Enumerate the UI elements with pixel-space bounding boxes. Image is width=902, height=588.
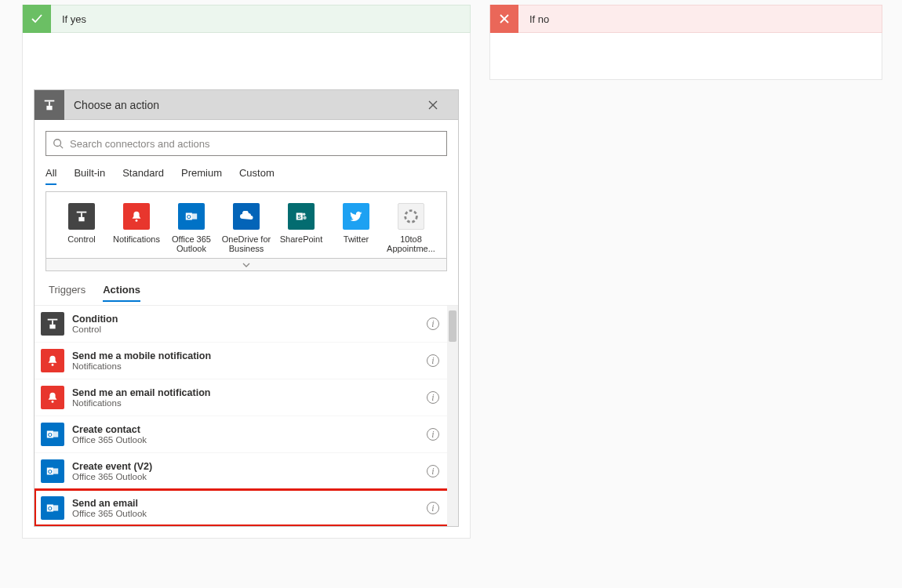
- tab-built-in[interactable]: Built-in: [74, 167, 105, 185]
- action-title: Send me a mobile notification: [72, 350, 211, 361]
- notif-icon: [41, 386, 64, 409]
- outlook-icon: O: [41, 459, 64, 483]
- svg-rect-5: [77, 212, 87, 213]
- svg-rect-18: [52, 321, 53, 325]
- action-create-event-v2-[interactable]: OCreate event (V2)Office 365 Outlooki: [35, 452, 458, 489]
- tab-custom[interactable]: Custom: [239, 167, 275, 185]
- category-tabs: AllBuilt-inStandardPremiumCustom: [45, 167, 447, 185]
- action-title: Create event (V2): [72, 461, 152, 472]
- svg-rect-6: [81, 213, 82, 217]
- action-title: Send an email: [72, 498, 147, 509]
- chevron-down-icon: [242, 263, 250, 267]
- if-no-header[interactable]: If no: [489, 5, 882, 33]
- svg-point-16: [406, 211, 417, 223]
- svg-text:S: S: [297, 213, 301, 220]
- svg-rect-11: [192, 213, 197, 219]
- control-icon: [68, 203, 95, 230]
- connector-control[interactable]: Control: [54, 203, 109, 253]
- outlook-icon: O: [178, 203, 205, 230]
- connector-label: 10to8 Appointme...: [384, 234, 438, 253]
- svg-point-14: [303, 213, 306, 216]
- svg-point-8: [136, 220, 138, 222]
- close-button[interactable]: [428, 100, 458, 110]
- svg-point-21: [52, 401, 54, 403]
- connectors-grid: ControlNotificationsOOffice 365 OutlookO…: [45, 191, 447, 259]
- x-icon: [490, 5, 518, 33]
- close-icon: [428, 100, 438, 110]
- action-send-me-a-mobile-notification[interactable]: Send me a mobile notificationNotificatio…: [35, 342, 458, 379]
- onedrive-icon: [233, 203, 260, 230]
- if-yes-branch: If yes Choose an action: [22, 5, 471, 539]
- connector-label: Control: [54, 234, 109, 244]
- twitter-icon: [343, 203, 369, 230]
- connector-label: Twitter: [329, 234, 384, 244]
- control-icon: [35, 90, 64, 120]
- svg-rect-24: [53, 431, 58, 437]
- connector-label: Office 365 Outlook: [164, 234, 219, 253]
- tab-all[interactable]: All: [45, 167, 56, 185]
- connector-label: OneDrive for Business: [219, 234, 274, 253]
- subtab-triggers[interactable]: Triggers: [49, 284, 85, 302]
- svg-rect-17: [48, 319, 58, 321]
- panel-body: AllBuilt-inStandardPremiumCustom Control…: [35, 120, 458, 302]
- connector-sharept[interactable]: SSharePoint: [274, 203, 329, 253]
- if-no-body[interactable]: [489, 33, 882, 80]
- search-icon: [53, 138, 64, 149]
- if-yes-label: If yes: [51, 13, 86, 25]
- info-icon[interactable]: i: [427, 318, 439, 330]
- notif-icon: [123, 203, 150, 230]
- panel-title: Choose an action: [64, 99, 428, 111]
- info-icon[interactable]: i: [427, 465, 439, 477]
- connector-twitter[interactable]: Twitter: [329, 203, 384, 253]
- svg-rect-30: [53, 505, 58, 510]
- if-yes-header[interactable]: If yes: [22, 5, 471, 33]
- action-subtitle: Office 365 Outlook: [72, 509, 147, 518]
- info-icon[interactable]: i: [427, 502, 439, 514]
- connector-tento[interactable]: 10to8 Appointme...: [384, 203, 438, 253]
- info-icon[interactable]: i: [427, 354, 439, 367]
- svg-point-15: [303, 216, 307, 220]
- action-send-me-an-email-notification[interactable]: Send me an email notificationNotificatio…: [35, 379, 458, 416]
- info-icon[interactable]: i: [427, 428, 439, 441]
- control-icon: [41, 312, 64, 336]
- scrollbar-thumb[interactable]: [449, 310, 456, 342]
- tab-premium[interactable]: Premium: [181, 167, 222, 185]
- svg-rect-2: [46, 105, 52, 109]
- action-title: Send me an email notification: [72, 387, 210, 398]
- svg-text:O: O: [48, 468, 53, 475]
- outlook-icon: O: [41, 423, 64, 446]
- outlook-icon: O: [41, 496, 64, 520]
- action-subtitle: Control: [72, 325, 118, 334]
- action-subtabs: TriggersActions: [49, 284, 444, 302]
- action-send-an-email[interactable]: OSend an emailOffice 365 Outlooki: [35, 489, 458, 526]
- svg-point-20: [52, 364, 54, 366]
- action-title: Condition: [72, 314, 118, 325]
- tento-icon: [398, 203, 424, 230]
- scrollbar[interactable]: [447, 306, 458, 526]
- flow-canvas: If yes Choose an action: [0, 0, 902, 539]
- search-input-wrapper[interactable]: [45, 131, 447, 156]
- svg-text:O: O: [187, 213, 191, 220]
- if-no-label: If no: [518, 13, 549, 25]
- action-list: ConditionControliSend me a mobile notifi…: [35, 305, 458, 526]
- check-icon: [23, 5, 51, 33]
- search-input[interactable]: [70, 138, 440, 150]
- notif-icon: [41, 349, 64, 372]
- panel-header: Choose an action: [35, 90, 458, 120]
- info-icon[interactable]: i: [427, 391, 439, 404]
- svg-rect-0: [45, 100, 55, 101]
- tab-standard[interactable]: Standard: [122, 167, 164, 185]
- svg-rect-27: [53, 468, 58, 474]
- expand-connectors-button[interactable]: [45, 259, 447, 271]
- subtab-actions[interactable]: Actions: [103, 284, 140, 302]
- connector-label: Notifications: [109, 234, 164, 244]
- connector-onedrive[interactable]: OneDrive for Business: [219, 203, 274, 253]
- svg-text:O: O: [48, 505, 53, 512]
- action-condition[interactable]: ConditionControli: [35, 306, 458, 342]
- if-yes-body: Choose an action AllBuilt-inStandardPrem…: [22, 33, 471, 539]
- connector-outlook[interactable]: OOffice 365 Outlook: [164, 203, 219, 253]
- action-create-contact[interactable]: OCreate contactOffice 365 Outlooki: [35, 416, 458, 452]
- connector-notif[interactable]: Notifications: [109, 203, 164, 253]
- svg-rect-1: [49, 101, 50, 105]
- svg-text:O: O: [48, 431, 53, 438]
